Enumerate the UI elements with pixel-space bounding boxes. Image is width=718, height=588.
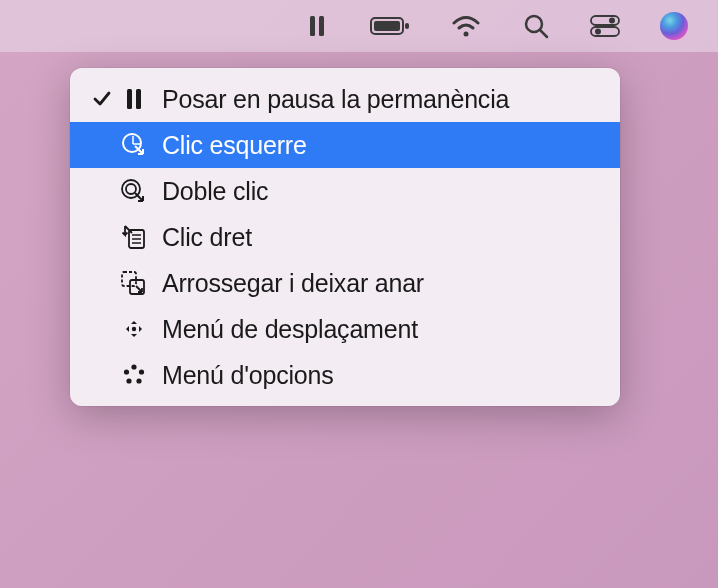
menu-item-left-click[interactable]: Clic esquerre [70, 122, 620, 168]
svg-line-6 [540, 30, 547, 37]
menu-item-scroll-menu[interactable]: Menú de desplaçament [70, 306, 620, 352]
pause-icon [116, 88, 152, 110]
menu-item-label: Posar en pausa la permanència [162, 85, 602, 114]
menu-item-label: Menú de desplaçament [162, 315, 602, 344]
options-menu-icon [116, 362, 152, 388]
svg-point-25 [139, 369, 144, 374]
svg-point-15 [126, 184, 136, 194]
battery-menubar-item[interactable] [370, 0, 410, 52]
svg-rect-1 [319, 16, 324, 36]
search-icon [522, 12, 550, 40]
menu-item-pause-dwell[interactable]: Posar en pausa la permanència [70, 76, 620, 122]
control-center-icon [590, 15, 620, 37]
spotlight-menubar-item[interactable] [522, 0, 550, 52]
svg-point-10 [595, 29, 601, 35]
menu-item-drag-drop[interactable]: Arrossegar i deixar anar [70, 260, 620, 306]
svg-point-23 [131, 364, 136, 369]
dwell-pause-menubar-item[interactable] [304, 0, 330, 52]
svg-rect-20 [122, 272, 136, 286]
svg-point-22 [132, 327, 136, 331]
svg-point-26 [126, 378, 131, 383]
left-click-icon [116, 132, 152, 158]
siri-icon [660, 12, 688, 40]
drag-drop-icon [116, 270, 152, 296]
pause-icon [304, 13, 330, 39]
wifi-menubar-item[interactable] [450, 0, 482, 52]
menu-item-label: Clic esquerre [162, 131, 602, 160]
svg-point-27 [136, 378, 141, 383]
checkmark-icon [88, 89, 116, 109]
control-center-menubar-item[interactable] [590, 0, 620, 52]
menu-item-label: Doble clic [162, 177, 602, 206]
svg-rect-11 [127, 89, 132, 109]
svg-point-8 [609, 18, 615, 24]
scroll-menu-icon [116, 316, 152, 342]
menu-item-right-click[interactable]: Clic dret [70, 214, 620, 260]
menu-item-options-menu[interactable]: Menú d'opcions [70, 352, 620, 398]
wifi-icon [450, 14, 482, 38]
svg-point-24 [124, 369, 129, 374]
svg-rect-12 [136, 89, 141, 109]
siri-menubar-item[interactable] [660, 0, 688, 52]
dwell-dropdown-menu: Posar en pausa la permanència Clic esque… [70, 68, 620, 406]
right-click-icon [116, 224, 152, 250]
svg-rect-4 [405, 23, 409, 29]
menu-item-label: Arrossegar i deixar anar [162, 269, 602, 298]
battery-icon [370, 16, 410, 36]
double-click-icon [116, 178, 152, 204]
svg-rect-3 [374, 21, 400, 31]
menubar [0, 0, 718, 52]
svg-rect-0 [310, 16, 315, 36]
menu-item-label: Clic dret [162, 223, 602, 252]
menu-item-double-click[interactable]: Doble clic [70, 168, 620, 214]
menu-item-label: Menú d'opcions [162, 361, 602, 390]
